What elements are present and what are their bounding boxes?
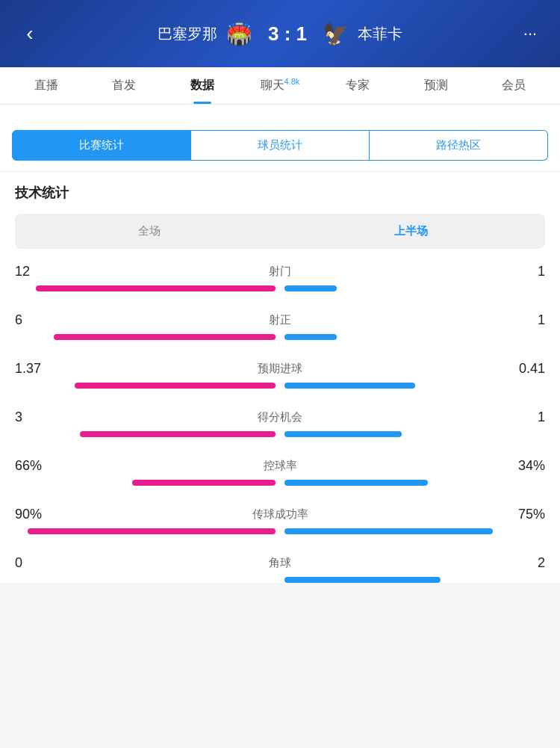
bar-left-4	[132, 480, 276, 486]
bar-left-3	[80, 431, 276, 437]
tab-expert[interactable]: 专家	[319, 67, 396, 104]
chat-badge: 4.8k	[284, 77, 300, 86]
team-away-name: 本菲卡	[358, 24, 402, 44]
stat-left-val-0: 12	[15, 264, 75, 279]
stat-label-4: 控球率	[75, 459, 485, 473]
stat-left-val-3: 3	[15, 409, 75, 425]
tab-data[interactable]: 数据	[164, 67, 241, 104]
bar-right-3	[284, 431, 402, 437]
bar-right-4	[284, 480, 428, 486]
score-separator: :	[284, 22, 291, 45]
back-button[interactable]: ‹	[15, 22, 45, 46]
stat-bars-4	[15, 480, 545, 486]
stat-left-val-6: 0	[15, 555, 75, 571]
bar-right-container-6	[284, 577, 545, 583]
team-away-logo: 🦅	[320, 19, 350, 49]
stat-bars-6	[15, 577, 545, 583]
bar-right-container-0	[284, 285, 545, 291]
stat-left-val-5: 90%	[15, 507, 75, 522]
bar-left-container-3	[15, 431, 276, 437]
bar-left-container-6	[15, 577, 276, 583]
stat-row: 12 射门 1	[15, 264, 545, 291]
stat-right-val-2: 0.41	[485, 361, 545, 377]
bar-right-container-5	[284, 528, 545, 534]
stat-bars-5	[15, 528, 545, 534]
bar-left-container-1	[15, 334, 276, 340]
stats-list: 12 射门 1 6 射正 1	[15, 264, 545, 583]
tab-predict[interactable]: 预测	[396, 67, 474, 104]
stat-bars-0	[15, 285, 545, 291]
bar-left-container-2	[15, 383, 276, 389]
bar-right-6	[284, 577, 441, 583]
stat-label-2: 预期进球	[75, 362, 485, 376]
stat-right-val-5: 75%	[485, 507, 545, 522]
stat-left-val-2: 1.37	[15, 361, 75, 377]
bar-left-container-4	[15, 480, 276, 486]
stat-row: 6 射正 1	[15, 312, 545, 340]
stat-numbers-2: 1.37 预期进球 0.41	[15, 361, 545, 377]
score-home: 3	[268, 22, 279, 45]
stat-bars-3	[15, 431, 545, 437]
stat-left-val-1: 6	[15, 312, 75, 328]
section-title: 技术统计	[15, 184, 545, 202]
sub-tab-player-stats[interactable]: 球员统计	[191, 130, 370, 161]
period-full[interactable]: 全场	[18, 217, 280, 246]
bar-right-container-1	[284, 334, 545, 340]
bar-right-1	[284, 334, 337, 340]
tab-chat[interactable]: 聊天4.8k	[241, 67, 319, 104]
match-score: 3 : 1	[268, 22, 307, 46]
stat-right-val-1: 1	[485, 312, 545, 328]
nav-tabs: 直播 首发 数据 聊天4.8k 专家 预测 会员	[0, 67, 560, 105]
bar-left-2	[75, 383, 276, 389]
stat-row: 66% 控球率 34%	[15, 458, 545, 486]
bar-right-container-3	[284, 431, 545, 437]
stat-bars-1	[15, 334, 545, 340]
bar-right-container-4	[284, 480, 545, 486]
stat-label-1: 射正	[75, 313, 485, 327]
tab-member[interactable]: 会员	[475, 67, 553, 104]
bar-left-0	[36, 285, 276, 291]
bar-right-2	[284, 383, 415, 389]
stat-numbers-4: 66% 控球率 34%	[15, 458, 545, 474]
stat-bars-2	[15, 383, 545, 389]
team-home-name: 巴塞罗那	[158, 24, 217, 44]
stat-row: 90% 传球成功率 75%	[15, 507, 545, 534]
stat-label-0: 射门	[75, 265, 485, 279]
stat-left-val-4: 66%	[15, 458, 75, 474]
stat-label-3: 得分机会	[75, 410, 485, 424]
stat-numbers-5: 90% 传球成功率 75%	[15, 507, 545, 522]
stat-numbers-6: 0 角球 2	[15, 555, 545, 571]
stat-row: 3 得分机会 1	[15, 409, 545, 437]
stat-numbers-0: 12 射门 1	[15, 264, 545, 279]
more-button[interactable]: ···	[515, 24, 545, 43]
bar-left-5	[28, 528, 276, 534]
stat-label-5: 传球成功率	[75, 507, 485, 522]
bar-left-1	[54, 334, 276, 340]
stat-right-val-3: 1	[485, 409, 545, 425]
period-selector: 全场 上半场	[15, 214, 545, 249]
sub-tab-heatmap[interactable]: 路径热区	[370, 130, 548, 161]
bar-left-container-0	[15, 285, 276, 291]
stat-label-6: 角球	[75, 556, 485, 570]
bar-right-container-2	[284, 383, 545, 389]
bar-right-5	[284, 528, 493, 534]
sub-tabs: 比赛统计 球员统计 路径热区	[0, 120, 560, 172]
stat-numbers-1: 6 射正 1	[15, 312, 545, 328]
header: ‹ 巴塞罗那 🏟️ 3 : 1 🦅 本菲卡 ···	[0, 0, 560, 67]
score-away: 1	[296, 22, 307, 45]
match-info: 巴塞罗那 🏟️ 3 : 1 🦅 本菲卡	[45, 19, 515, 49]
tab-live[interactable]: 直播	[7, 67, 85, 104]
stat-row: 1.37 预期进球 0.41	[15, 361, 545, 389]
stat-right-val-4: 34%	[485, 458, 545, 474]
content-area: 比赛统计 球员统计 路径热区 技术统计 全场 上半场 12 射门 1 6 射正	[0, 105, 560, 583]
bar-right-0	[284, 285, 337, 291]
period-first-half[interactable]: 上半场	[280, 217, 542, 246]
team-home-logo: 🏟️	[225, 19, 255, 49]
stat-numbers-3: 3 得分机会 1	[15, 409, 545, 425]
bar-left-container-5	[15, 528, 276, 534]
stat-right-val-6: 2	[485, 555, 545, 571]
stat-right-val-0: 1	[485, 264, 545, 279]
sub-tab-match-stats[interactable]: 比赛统计	[12, 130, 191, 161]
tab-lineup[interactable]: 首发	[85, 67, 163, 104]
stat-row: 0 角球 2	[15, 555, 545, 583]
